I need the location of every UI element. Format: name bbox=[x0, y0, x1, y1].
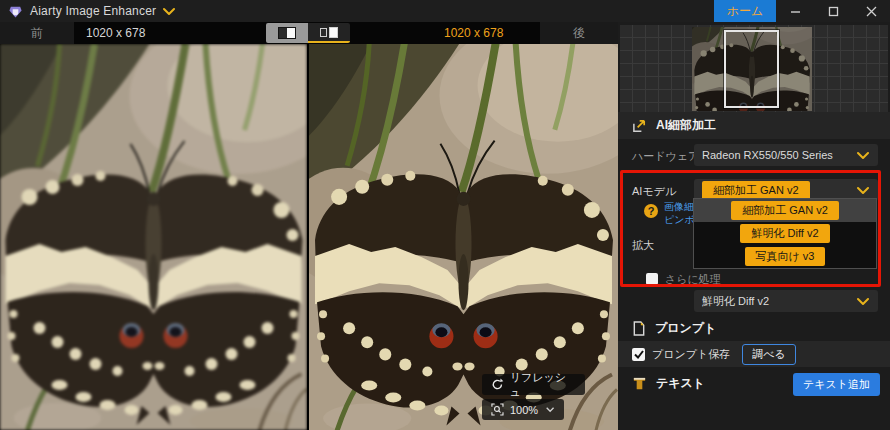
hardware-value: Radeon RX550/550 Series bbox=[702, 149, 833, 161]
prompt-save-row: プロンプト保存 調べる bbox=[618, 341, 890, 367]
after-size: 1020 x 678 bbox=[444, 22, 503, 44]
enhance-icon bbox=[632, 118, 647, 133]
title-bar: Aiarty Image Enhancer ホーム bbox=[0, 0, 890, 22]
upscale-label: 拡大 bbox=[632, 238, 654, 253]
minimize-icon bbox=[790, 6, 801, 17]
maximize-button[interactable] bbox=[814, 0, 852, 22]
ai-model-label: AIモデル bbox=[632, 184, 676, 199]
close-button[interactable] bbox=[852, 0, 890, 22]
zoom-icon bbox=[491, 403, 504, 416]
second-model-value: 鮮明化 Diff v2 bbox=[702, 294, 769, 309]
prompt-title: プロンプト bbox=[655, 320, 716, 337]
hardware-select[interactable]: Radeon RX550/550 Series bbox=[694, 144, 878, 166]
ai-model-dropdown: 細部加工 GAN v2 鮮明化 Diff v2 写真向け v3 bbox=[693, 198, 877, 269]
hardware-label: ハードウェア bbox=[632, 149, 699, 164]
maximize-icon bbox=[828, 6, 839, 17]
close-icon bbox=[866, 6, 877, 17]
enhance-section-header: AI細部加工 bbox=[618, 112, 890, 139]
compare-bar: 前 1020 x 678 1020 x 678 後 bbox=[0, 22, 618, 44]
model-option-3[interactable]: 写真向け v3 bbox=[694, 245, 876, 268]
prompt-save-checkbox[interactable] bbox=[632, 348, 645, 361]
more-process-label: さらに処理 bbox=[665, 272, 721, 287]
chevron-up-icon bbox=[857, 186, 870, 195]
refresh-button[interactable]: リフレッシュ bbox=[482, 374, 585, 395]
chevron-down-icon bbox=[546, 406, 555, 413]
home-button[interactable]: ホーム bbox=[714, 0, 776, 22]
compare-toggle-group bbox=[266, 23, 350, 43]
before-label: 前 bbox=[0, 22, 74, 44]
after-label: 後 bbox=[540, 22, 618, 44]
zoom-control[interactable]: 100% bbox=[482, 399, 564, 420]
chevron-down-icon bbox=[857, 297, 870, 306]
navigator-viewport[interactable] bbox=[724, 30, 779, 108]
enhance-title: AI細部加工 bbox=[656, 117, 716, 134]
sidebar: AI細部加工 ハードウェア Radeon RX550/550 Series AI… bbox=[618, 22, 890, 430]
model-option-1[interactable]: 細部加工 GAN v2 bbox=[694, 199, 876, 222]
add-text-button[interactable]: テキスト追加 bbox=[793, 373, 880, 396]
refresh-icon bbox=[491, 378, 504, 391]
side-by-side-icon bbox=[320, 27, 338, 38]
split-view-toggle[interactable] bbox=[266, 23, 308, 43]
more-process-row: さらに処理 bbox=[618, 270, 890, 288]
more-process-checkbox[interactable] bbox=[646, 273, 658, 285]
model-option-2[interactable]: 鮮明化 Diff v2 bbox=[694, 222, 876, 245]
checkmark-icon bbox=[634, 350, 644, 359]
app-window: Aiarty Image Enhancer ホーム 前 1020 x 678 bbox=[0, 0, 890, 430]
ai-model-value: 細部加工 GAN v2 bbox=[702, 181, 810, 200]
zoom-level: 100% bbox=[510, 404, 538, 416]
split-view-icon bbox=[278, 27, 296, 39]
before-image bbox=[0, 44, 307, 430]
inspect-button[interactable]: 調べる bbox=[742, 344, 796, 365]
side-by-side-toggle[interactable] bbox=[308, 23, 350, 43]
prompt-section-header: プロンプト bbox=[618, 316, 890, 340]
before-size: 1020 x 678 bbox=[86, 22, 145, 44]
prompt-icon bbox=[632, 321, 646, 336]
app-logo-icon bbox=[8, 4, 23, 19]
before-image-pane[interactable] bbox=[0, 44, 307, 430]
text-section-header: テキスト テキスト追加 bbox=[618, 370, 890, 396]
chevron-down-icon bbox=[857, 151, 870, 160]
chevron-down-icon[interactable] bbox=[163, 7, 176, 16]
help-icon[interactable]: ? bbox=[644, 204, 658, 218]
prompt-save-label: プロンプト保存 bbox=[652, 347, 730, 362]
refresh-label: リフレッシュ bbox=[510, 370, 576, 400]
text-icon bbox=[632, 376, 647, 391]
navigator-strip bbox=[620, 25, 888, 113]
image-viewer: リフレッシュ 100% bbox=[0, 44, 618, 430]
second-model-select[interactable]: 鮮明化 Diff v2 bbox=[694, 290, 878, 312]
app-title: Aiarty Image Enhancer bbox=[30, 4, 156, 18]
text-title: テキスト bbox=[656, 375, 705, 392]
minimize-button[interactable] bbox=[776, 0, 814, 22]
